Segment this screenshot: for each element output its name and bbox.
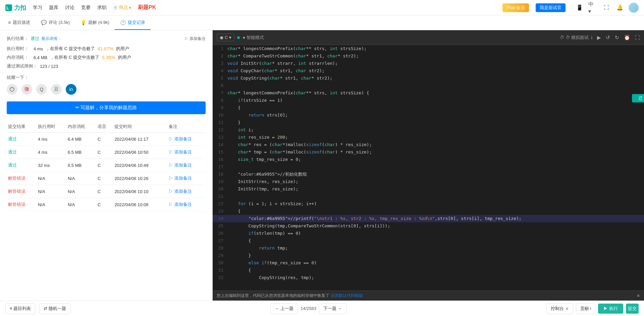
undo-icon[interactable]: ↺ bbox=[606, 35, 610, 41]
nav-contest[interactable]: 竞赛 bbox=[81, 5, 91, 11]
problem-list-button[interactable]: ≡ 题目列表 bbox=[5, 303, 35, 314]
mem-cell: 6.5 MB bbox=[66, 159, 96, 172]
nav-jobs[interactable]: 求职 bbox=[97, 5, 107, 11]
code-editor-area[interactable]: 1 char* longestCommonPrefix(char** strs,… bbox=[213, 45, 644, 290]
mem-value: 6.4 MB bbox=[34, 55, 47, 60]
line-content: int res_size = 200; bbox=[227, 134, 644, 141]
line-number: 3 bbox=[213, 60, 227, 67]
next-problem-button[interactable]: 下一题 → bbox=[319, 303, 346, 314]
interview-button[interactable]: 我是面试官 bbox=[536, 3, 566, 12]
table-row[interactable]: 解答错误 N/A N/A C 2022/04/06 10:10 ▷ 添加备注 bbox=[7, 185, 206, 198]
line-number: 23 bbox=[213, 208, 227, 215]
fullscreen-icon[interactable]: ⛶ bbox=[635, 35, 640, 40]
note-cell[interactable]: ▷ 添加备注 bbox=[167, 185, 206, 198]
table-row[interactable]: 解答错误 N/A N/A C 2022/04/06 10:26 ▷ 添加备注 bbox=[7, 172, 206, 185]
main-layout: 执行结果： 通过 显示详情 › ▷ 添加备注 执行用时： 4 ms ，在所有 C… bbox=[0, 30, 644, 301]
lang-icon[interactable]: 中 ▾ bbox=[588, 3, 598, 12]
add-note-button[interactable]: ▷ 添加备注 bbox=[184, 36, 206, 42]
table-row[interactable]: 通过 4 ms 6.4 MB C 2022/04/06 11:17 ▷ 添加备注 bbox=[7, 133, 206, 146]
prev-problem-button[interactable]: ← 上一题 bbox=[270, 303, 298, 314]
line-number: 30 bbox=[213, 259, 227, 267]
line-number: 21 bbox=[213, 193, 227, 200]
tab-submissions-label: 提交记录 bbox=[128, 19, 145, 26]
date-cell: 2022/04/06 10:10 bbox=[113, 185, 167, 198]
line-number: 6 bbox=[213, 82, 227, 89]
line-content: CopyString(tmp,CompareTwoStrCommon(strs[… bbox=[227, 222, 644, 230]
table-row[interactable]: 解答错误 N/A N/A C 2022/04/06 10:08 ▷ 添加备注 bbox=[7, 198, 206, 211]
tab-comments[interactable]: 💬 评论 (3.5k) bbox=[36, 15, 75, 30]
wechat-share-icon[interactable] bbox=[7, 84, 17, 95]
avatar[interactable] bbox=[629, 3, 639, 13]
screen-icon[interactable]: ⛶ bbox=[602, 3, 611, 12]
plus-member-button[interactable]: Plus 会员 bbox=[502, 3, 529, 12]
linkedin-share-icon[interactable]: in bbox=[66, 84, 76, 95]
right-float-badge[interactable]: 52 bbox=[632, 94, 644, 102]
submit-area[interactable]: 提交 bbox=[626, 304, 639, 314]
qq-share-icon[interactable]: Q bbox=[36, 84, 47, 95]
time-beat-pre: ，在所有 C 提交中击败了 bbox=[46, 46, 95, 52]
exec-detail-link[interactable]: 显示详情 bbox=[41, 36, 57, 42]
redo-icon[interactable]: ↻ bbox=[615, 35, 619, 41]
info-icon[interactable]: i bbox=[591, 35, 592, 40]
notification-close-icon[interactable]: ✕ bbox=[637, 294, 640, 298]
sim-label: ⏱ 模拟面试 bbox=[566, 35, 589, 41]
line-content: if(strlen(tmp) == 0) bbox=[227, 230, 644, 237]
line-number: 1 bbox=[213, 45, 227, 52]
execute-button[interactable]: ▶ 执行 bbox=[598, 304, 623, 314]
line-content: { bbox=[227, 208, 644, 215]
mem-stat-row: 内存消耗： 6.4 MB ，在所有 C 提交中击败了 5.36% 的用户 bbox=[7, 54, 206, 60]
note-cell[interactable]: ▷ 添加备注 bbox=[167, 133, 206, 146]
table-row[interactable]: 通过 4 ms 6.5 MB C 2022/04/06 10:50 ▷ 添加备注 bbox=[7, 146, 206, 159]
table-row[interactable]: 通过 32 ms 6.5 MB C 2022/04/06 10:49 ▷ 添加备… bbox=[7, 159, 206, 172]
note-cell[interactable]: ▷ 添加备注 bbox=[167, 159, 206, 172]
bottom-left-controls: ≡ 题目列表 ⇄ 随机一题 bbox=[5, 303, 70, 314]
notification-icon[interactable]: 🔔 bbox=[615, 3, 625, 12]
nav-problems[interactable]: 题库 bbox=[49, 5, 58, 11]
line-number: 12 bbox=[213, 126, 227, 134]
simulate-interview-button[interactable]: ⏱ ⏱ 模拟面试 bbox=[560, 35, 589, 41]
contribute-button[interactable]: 贡献 i bbox=[576, 303, 596, 314]
douban-share-icon[interactable]: 豆 bbox=[51, 84, 62, 95]
submissions-table: 提交结果 执行用时 内存消耗 语言 提交时间 备注 通过 4 ms 6.4 MB… bbox=[7, 121, 206, 211]
result-cell: 通过 bbox=[7, 146, 37, 159]
line-content: char* tmp = (char*)malloc(sizeof(char) *… bbox=[227, 148, 644, 156]
code-line: 28 return tmp; bbox=[213, 244, 644, 252]
line-number: 32 bbox=[213, 274, 227, 281]
code-line: 21 bbox=[213, 193, 644, 200]
note-cell[interactable]: ▷ 添加备注 bbox=[167, 198, 206, 211]
bottom-bar: ≡ 题目列表 ⇄ 随机一题 ← 上一题 14/2583 下一题 → 控制台 ∨ … bbox=[0, 301, 644, 316]
tab-description[interactable]: ≡ 题目描述 bbox=[3, 15, 36, 30]
nav-discuss[interactable]: 讨论 bbox=[65, 5, 74, 11]
share-icons: 微 Q 豆 in bbox=[7, 84, 206, 95]
date-cell: 2022/04/06 10:50 bbox=[113, 146, 167, 159]
language-selector[interactable]: ◉ C ▾ bbox=[217, 34, 234, 41]
lang-cell: C bbox=[96, 146, 113, 159]
note-cell[interactable]: ▷ 添加备注 bbox=[167, 172, 206, 185]
restore-link[interactable]: 还原默认代码模版 bbox=[331, 293, 363, 299]
line-number: 11 bbox=[213, 119, 227, 126]
time-label: 执行用时： bbox=[7, 46, 31, 52]
note-cell[interactable]: ▷ 添加备注 bbox=[167, 146, 206, 159]
code-line: 25 CopyString(tmp,CompareTwoStrCommon(st… bbox=[213, 222, 644, 230]
code-line: 30 else if(tmp_res_size == 0) bbox=[213, 259, 644, 267]
nav-learn[interactable]: 学习 bbox=[33, 5, 42, 11]
console-button[interactable]: 控制台 ∨ bbox=[546, 303, 573, 314]
line-content: else if(tmp_res_size == 0) bbox=[227, 259, 644, 267]
line-content: InitStr(tmp, res_size); bbox=[227, 185, 644, 193]
tab-submissions[interactable]: 🕐 提交记录 bbox=[115, 15, 151, 30]
comments-icon: 💬 bbox=[41, 20, 47, 25]
result-cell: 通过 bbox=[7, 159, 37, 172]
col-date: 提交时间 bbox=[113, 121, 167, 133]
clock-icon[interactable]: ⏰ bbox=[624, 35, 630, 41]
weibo-share-icon[interactable]: 微 bbox=[21, 84, 32, 95]
nav-shop[interactable]: 🛒 商店 ▾ bbox=[113, 5, 131, 11]
bottom-right-controls: 控制台 ∨ 贡献 i ▶ 执行 提交 bbox=[546, 303, 639, 314]
nav-pk[interactable]: 刷题PK bbox=[138, 4, 156, 11]
run-icon[interactable]: ▶ bbox=[597, 35, 601, 41]
tab-solutions[interactable]: 💡 题解 (4.9k) bbox=[75, 15, 115, 30]
nav-links: 学习 题库 讨论 竞赛 求职 🛒 商店 ▾ 刷题PK bbox=[33, 4, 156, 11]
logo[interactable]: L 力扣 bbox=[5, 4, 26, 12]
random-problem-button[interactable]: ⇄ 随机一题 bbox=[39, 303, 70, 314]
device-icon[interactable]: 📱 bbox=[575, 3, 584, 12]
write-solution-button[interactable]: ✏ 写题解，分享我的解题思路 bbox=[7, 101, 206, 114]
